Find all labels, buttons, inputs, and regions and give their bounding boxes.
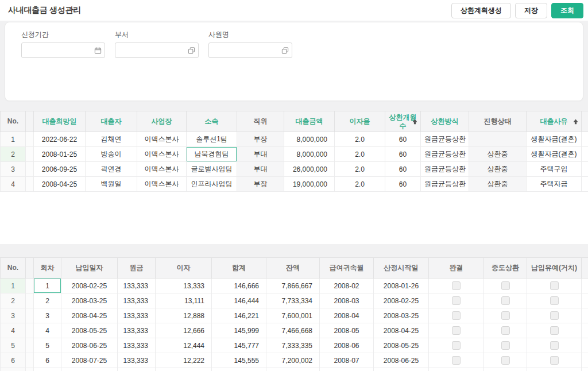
- cell-borrower[interactable]: 백원일: [86, 177, 137, 192]
- cell-pay_date[interactable]: 2008-07-25: [61, 353, 118, 368]
- cell-pay_date[interactable]: 2008-06-25: [61, 338, 118, 353]
- department-input[interactable]: [115, 42, 199, 58]
- cell-hope_date[interactable]: 2006-09-25: [34, 162, 86, 177]
- done-checkbox[interactable]: [452, 281, 461, 290]
- cell-round[interactable]: 3: [34, 308, 61, 323]
- cell-reason[interactable]: 주택자금: [527, 177, 582, 192]
- cell-status[interactable]: 상환중: [469, 177, 527, 192]
- cell-total[interactable]: 146,444: [212, 293, 266, 308]
- schedule-row[interactable]: 552008-06-25133,33312,444145,7777,333,33…: [1, 338, 588, 353]
- cell-months[interactable]: 60: [385, 162, 421, 177]
- cell-team[interactable]: 글로벌사업팀: [187, 162, 237, 177]
- cell-round[interactable]: 5: [34, 338, 61, 353]
- cell-worksite[interactable]: 이맥스본사: [137, 147, 187, 162]
- cell-method[interactable]: 원금균등상환: [421, 147, 469, 162]
- cell-position[interactable]: 부장: [237, 177, 284, 192]
- cell-total[interactable]: 146,221: [212, 308, 266, 323]
- cell-method[interactable]: 원금균등상환: [421, 162, 469, 177]
- cell-balance[interactable]: 7,866,667: [266, 279, 320, 293]
- cell-pay_date[interactable]: 2008-02-25: [61, 279, 118, 293]
- schedule-row[interactable]: 222008-03-25133,33313,111146,4447,733,33…: [1, 293, 588, 308]
- cell-interest[interactable]: 13,333: [156, 279, 212, 293]
- popup-search-icon[interactable]: [188, 47, 195, 54]
- cell-worksite[interactable]: 이맥스본사: [137, 132, 187, 147]
- cell-months[interactable]: 60: [385, 132, 421, 147]
- schedule-row[interactable]: 332008-04-25133,33312,888146,2217,600,00…: [1, 308, 588, 323]
- cell-interest[interactable]: 12,666: [156, 323, 212, 338]
- sort-asc-icon[interactable]: [412, 119, 417, 124]
- defer-checkbox[interactable]: [550, 356, 559, 365]
- cell-salary_month[interactable]: 2008-05: [320, 323, 374, 338]
- schedule-row[interactable]: 442008-05-25133,33312,666145,9997,466,66…: [1, 323, 588, 338]
- cell-rate[interactable]: 2.0: [335, 177, 385, 192]
- cell-amount[interactable]: 8,000,000: [284, 147, 335, 162]
- cell-total[interactable]: 145,555: [212, 353, 266, 368]
- cell-principal[interactable]: 133,333: [118, 293, 156, 308]
- cell-calc_start[interactable]: 2008-05-25: [374, 338, 429, 353]
- done-checkbox[interactable]: [452, 341, 461, 350]
- cell-calc_start[interactable]: 2008-02-25: [374, 293, 429, 308]
- cell-status[interactable]: 상환중: [469, 162, 527, 177]
- cell-balance[interactable]: 7,466,668: [266, 323, 320, 338]
- cell-calc_start[interactable]: 2008-04-25: [374, 323, 429, 338]
- early-repay-checkbox[interactable]: [501, 296, 510, 305]
- cell-principal[interactable]: 133,333: [118, 353, 156, 368]
- cell-balance[interactable]: 7,333,335: [266, 338, 320, 353]
- cell-worksite[interactable]: 이맥스본사: [137, 177, 187, 192]
- cell-salary_month[interactable]: 2008-07: [320, 353, 374, 368]
- create-repayment-plan-button[interactable]: 상환계획생성: [451, 3, 511, 18]
- cell-salary_month[interactable]: 2008-02: [320, 279, 374, 293]
- done-checkbox[interactable]: [452, 356, 461, 365]
- done-checkbox[interactable]: [452, 311, 461, 320]
- cell-amount[interactable]: 8,000,000: [284, 132, 335, 147]
- cell-reason[interactable]: 생활자금(결혼): [527, 132, 582, 147]
- cell-pay_date[interactable]: 2008-03-25: [61, 293, 118, 308]
- cell-total[interactable]: 146,666: [212, 279, 266, 293]
- cell-round[interactable]: 6: [34, 353, 61, 368]
- early-repay-checkbox[interactable]: [501, 281, 510, 290]
- cell-reason[interactable]: 주택구입: [527, 162, 582, 177]
- cell-principal[interactable]: 133,333: [118, 308, 156, 323]
- cell-interest[interactable]: 12,444: [156, 338, 212, 353]
- search-button[interactable]: 조회: [551, 3, 583, 18]
- schedule-row[interactable]: 662008-07-25133,33312,222145,5557,200,00…: [1, 353, 588, 368]
- cell-round[interactable]: 4: [34, 323, 61, 338]
- defer-checkbox[interactable]: [550, 296, 559, 305]
- cell-worksite[interactable]: 이맥스본사: [137, 162, 187, 177]
- cell-months[interactable]: 60: [385, 177, 421, 192]
- cell-calc_start[interactable]: 2008-06-25: [374, 353, 429, 368]
- sort-asc-icon[interactable]: [573, 119, 578, 124]
- cell-pay_date[interactable]: 2008-05-25: [61, 323, 118, 338]
- schedule-row[interactable]: 112008-02-25133,33313,333146,6667,866,66…: [1, 279, 588, 293]
- cell-balance[interactable]: 7,600,001: [266, 308, 320, 323]
- save-button[interactable]: 저장: [515, 3, 547, 18]
- cell-position[interactable]: 부대: [237, 147, 284, 162]
- loan-row[interactable]: 22008-01-25방송이이맥스본사남북경협팀부대8,000,0002.060…: [1, 147, 588, 162]
- cell-salary_month[interactable]: 2008-03: [320, 293, 374, 308]
- cell-hope_date[interactable]: 2022-06-22: [34, 132, 86, 147]
- early-repay-checkbox[interactable]: [501, 341, 510, 350]
- loan-row[interactable]: 42008-04-25백원일이맥스본사인프라사업팀부장19,000,0002.0…: [1, 177, 588, 192]
- cell-team[interactable]: 솔루션1팀: [187, 132, 237, 147]
- done-checkbox[interactable]: [452, 326, 461, 335]
- cell-total[interactable]: 145,999: [212, 323, 266, 338]
- defer-checkbox[interactable]: [550, 341, 559, 350]
- early-repay-checkbox[interactable]: [501, 326, 510, 335]
- cell-calc_start[interactable]: 2008-01-26: [374, 279, 429, 293]
- cell-principal[interactable]: 133,333: [118, 279, 156, 293]
- done-checkbox[interactable]: [452, 296, 461, 305]
- cell-team[interactable]: 인프라사업팀: [187, 177, 237, 192]
- cell-principal[interactable]: 133,333: [118, 323, 156, 338]
- defer-checkbox[interactable]: [550, 311, 559, 320]
- defer-checkbox[interactable]: [550, 281, 559, 290]
- cell-reason[interactable]: 생활자금(결혼): [527, 147, 582, 162]
- cell-status[interactable]: 상환중: [469, 147, 527, 162]
- cell-rate[interactable]: 2.0: [335, 147, 385, 162]
- cell-borrower[interactable]: 방송이: [86, 147, 137, 162]
- cell-balance[interactable]: 7,733,334: [266, 293, 320, 308]
- popup-search-icon[interactable]: [281, 47, 289, 54]
- loan-row[interactable]: 12022-06-22김채연이맥스본사솔루션1팀부장8,000,0002.060…: [1, 132, 588, 147]
- cell-rate[interactable]: 2.0: [335, 132, 385, 147]
- cell-round[interactable]: 1: [34, 279, 61, 293]
- cell-amount[interactable]: 19,000,000: [284, 177, 335, 192]
